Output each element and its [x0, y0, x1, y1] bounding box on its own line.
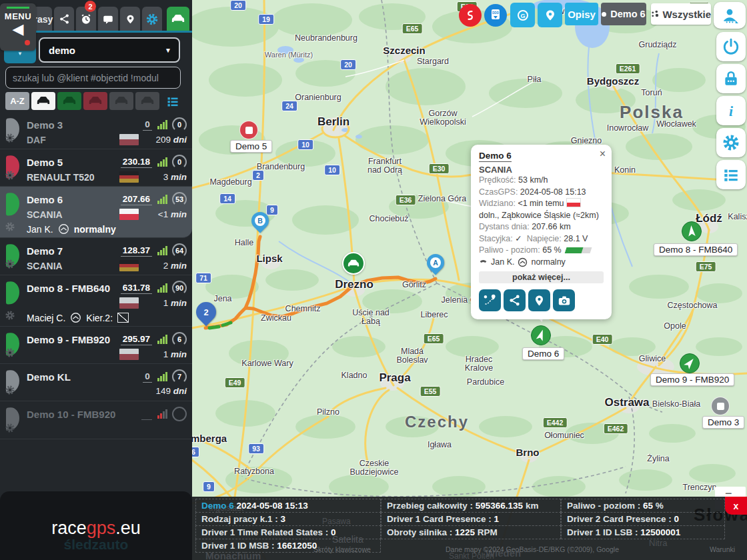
- road-badge: E442: [543, 417, 568, 428]
- vehicle-row-demo7[interactable]: Demo 7 128.37 64 SCANIA 2 min: [0, 238, 192, 275]
- vehicle-marker-label[interactable]: Demo 6: [522, 347, 564, 360]
- list-view-button[interactable]: [163, 92, 183, 110]
- map-city-label: Mladá Boleslav: [392, 347, 432, 365]
- filter-inactive-button[interactable]: [135, 92, 159, 110]
- close-icon[interactable]: ×: [600, 148, 606, 160]
- map-city-label: Kalisz: [728, 212, 747, 221]
- vehicle-row-demo9[interactable]: Demo 9 - FMB920 295.97 6 1 min: [0, 327, 192, 364]
- speed-gauge: 90: [172, 281, 187, 295]
- daily-distance: 230.18: [121, 157, 152, 168]
- vehicle-marker-label[interactable]: Demo 5: [230, 140, 272, 153]
- speed-gauge: 0: [172, 155, 187, 169]
- tab-settings[interactable]: [142, 7, 162, 31]
- ddd-files-button[interactable]: DDD: [484, 4, 507, 27]
- vehicle-row-demokl[interactable]: Demo KL 0 7 149 dni: [0, 364, 192, 401]
- map-terms-link[interactable]: Warunki: [710, 545, 735, 553]
- popup-title[interactable]: Demo 6: [479, 151, 512, 162]
- route-vehicle-marker[interactable]: [342, 252, 365, 275]
- vehicle-row-demo3[interactable]: Demo 3 0 0 DAF 209 dni: [0, 112, 192, 149]
- vehicle-marker-label[interactable]: Demo 9 - FMB920: [650, 373, 734, 386]
- reports-list-button[interactable]: [716, 160, 746, 189]
- map-city-label: Kladno: [341, 371, 367, 380]
- vehicle-settings-icon[interactable]: [5, 423, 16, 434]
- vehicle-marker-label[interactable]: Demo 8 - FMB640: [654, 243, 738, 256]
- vehicle-marker-demo6[interactable]: [531, 325, 551, 345]
- vehicle-name: Demo KL: [27, 371, 71, 383]
- map-city-label: Igława: [428, 440, 452, 449]
- logo-panel: śledzauto racegps.eu: [0, 491, 192, 560]
- brand-logo[interactable]: racegps.eu: [0, 518, 192, 539]
- vehicle-settings-icon[interactable]: [5, 310, 16, 321]
- locate-button[interactable]: [528, 289, 550, 311]
- settings-button[interactable]: [716, 128, 746, 157]
- map-city-label: Halle: [235, 238, 254, 247]
- road-badge: 9: [266, 205, 278, 215]
- map-city-label: Toruń: [641, 88, 662, 97]
- vehicle-row-demo8[interactable]: Demo 8 - FMB640 631.78 90 1 min Maciej C…: [0, 275, 192, 327]
- road-badge: 71: [195, 273, 211, 283]
- vehicle-marker-label[interactable]: Demo 3: [702, 416, 744, 429]
- map-city-label: Pilzno: [317, 407, 339, 417]
- brand-logo-icon[interactable]: [459, 4, 482, 27]
- filter-offline-button[interactable]: [109, 92, 133, 110]
- voltage-value: 28.1 V: [564, 234, 588, 243]
- close-bottom-bar-button[interactable]: x: [725, 497, 747, 515]
- camera-button[interactable]: [553, 289, 575, 311]
- vehicle-settings-icon[interactable]: [5, 133, 16, 144]
- route-history-button[interactable]: [479, 289, 501, 311]
- vehicle-settings-icon[interactable]: [5, 170, 16, 181]
- map-city-label: Brandenburg: [257, 162, 305, 171]
- vehicle-marker-demo9[interactable]: [680, 353, 700, 373]
- vehicle-settings-icon[interactable]: [5, 221, 16, 233]
- vehicle-marker-demo5[interactable]: [239, 121, 258, 139]
- show-more-button[interactable]: pokaż więcej...: [479, 271, 604, 283]
- watermark: śledzauto: [0, 537, 192, 553]
- filter-moving-button[interactable]: [57, 92, 81, 110]
- map-city-label: Praga: [379, 371, 410, 385]
- vehicle-settings-icon[interactable]: [5, 259, 16, 270]
- tachograph-icon: [464, 9, 477, 22]
- map-canvas[interactable]: Polska Czechy Świnoujście Szczecin Starg…: [192, 0, 747, 560]
- vehicle-row-demo5[interactable]: Demo 5 230.18 0 RENAULT T520 3 min: [0, 149, 192, 187]
- sort-az-button[interactable]: A-Z: [5, 92, 29, 110]
- descriptions-toggle-button[interactable]: Opisy: [565, 3, 598, 25]
- vehicle-row-demo6[interactable]: Demo 6 207.66 53 SCANIA <1 min Jan K. no…: [0, 187, 192, 238]
- map-city-label: Zielona Góra: [418, 194, 466, 203]
- heading-arrow-icon: [682, 355, 698, 371]
- vehicle-marker-demo3[interactable]: [711, 397, 730, 415]
- group-select[interactable]: demo▼: [39, 37, 180, 63]
- car-icon: [62, 96, 77, 106]
- filter-all-button[interactable]: [31, 92, 55, 110]
- share-button[interactable]: [504, 289, 526, 311]
- tab-places[interactable]: [120, 7, 140, 31]
- lock-button[interactable]: [716, 64, 746, 93]
- selected-vehicle-button[interactable]: Demo 6: [601, 3, 646, 25]
- vehicle-settings-icon[interactable]: [5, 385, 16, 396]
- filter-stopped-button[interactable]: [83, 92, 107, 110]
- search-input[interactable]: [5, 67, 181, 89]
- signal-icon: [157, 372, 167, 381]
- show-all-label: Wszystkie: [662, 9, 711, 20]
- info-button[interactable]: i: [716, 96, 746, 125]
- fuel-label: Paliwo - poziom:: [479, 245, 540, 255]
- geofence-button[interactable]: G: [510, 3, 535, 27]
- show-all-button[interactable]: Wszystkie: [651, 3, 711, 25]
- no-card-icon: [117, 313, 129, 323]
- chevron-down-icon: ▼: [165, 47, 171, 54]
- vehicle-marker-demo8[interactable]: [682, 221, 702, 241]
- map-city-label: Częstochowa: [667, 301, 717, 310]
- poland-flag-icon: [566, 198, 581, 207]
- tab-share[interactable]: [54, 7, 74, 31]
- tab-vehicles[interactable]: [167, 7, 189, 31]
- user-menu-button[interactable]: [714, 2, 746, 29]
- map-city-label: Brno: [516, 447, 540, 458]
- lock-icon: [722, 70, 740, 87]
- vehicle-name[interactable]: Demo 6: [201, 501, 234, 511]
- tab-messages[interactable]: [98, 7, 118, 31]
- vehicle-settings-icon[interactable]: [5, 347, 16, 359]
- vehicle-row-demo10[interactable]: Demo 10 - FMB920: [0, 401, 192, 439]
- menu-button[interactable]: MENU ◀: [0, 3, 36, 51]
- heading-arrow-icon: [534, 328, 548, 343]
- poi-button[interactable]: [538, 3, 562, 27]
- logout-button[interactable]: [716, 32, 746, 61]
